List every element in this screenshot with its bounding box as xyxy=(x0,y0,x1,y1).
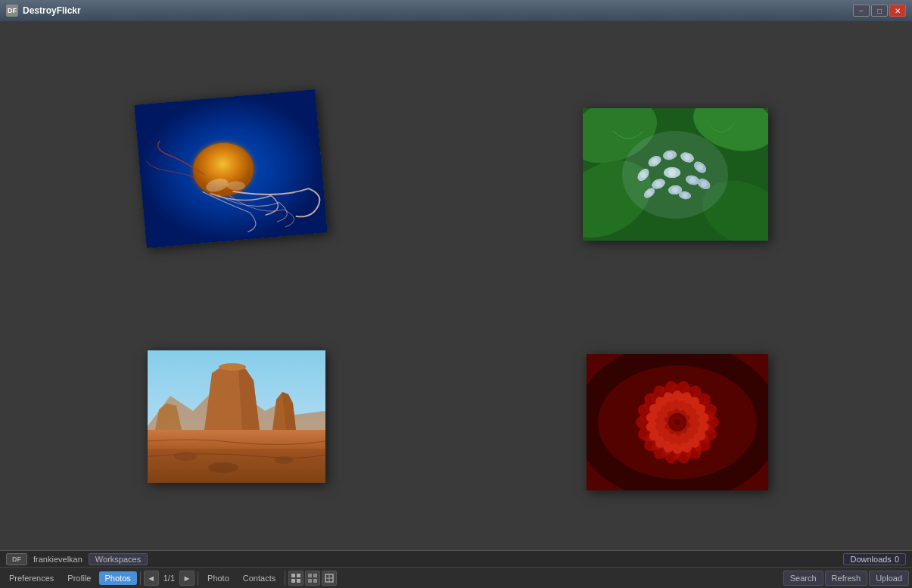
grid-large-button[interactable] xyxy=(322,571,337,586)
svg-point-15 xyxy=(667,152,673,158)
grid-med-icon xyxy=(308,574,317,583)
svg-rect-101 xyxy=(308,574,312,577)
username-label: frankievelkan xyxy=(33,555,82,564)
preferences-button[interactable]: Preferences xyxy=(3,571,60,585)
svg-rect-103 xyxy=(308,579,312,583)
grid-med-button[interactable] xyxy=(305,571,320,586)
title-bar: DF DestroyFlickr − □ ✕ xyxy=(0,0,912,21)
grid-small-button[interactable] xyxy=(288,571,303,586)
svg-rect-102 xyxy=(313,574,317,577)
photo-grid xyxy=(0,21,912,550)
photo-jellyfish[interactable] xyxy=(134,89,328,248)
svg-point-33 xyxy=(655,181,661,187)
downloads-label: Downloads xyxy=(850,555,891,564)
svg-point-21 xyxy=(697,164,703,170)
svg-point-56 xyxy=(174,452,197,461)
svg-rect-98 xyxy=(297,574,300,577)
profile-button[interactable]: Profile xyxy=(61,571,97,585)
svg-point-36 xyxy=(672,187,678,193)
toolbar: Preferences Profile Photos ◄ 1/1 ► Photo… xyxy=(0,567,912,588)
svg-point-57 xyxy=(275,456,293,464)
svg-point-24 xyxy=(640,172,646,178)
downloads-area: Downloads 0 xyxy=(843,553,906,565)
page-indicator: 1/1 xyxy=(160,574,178,583)
svg-point-12 xyxy=(652,158,658,164)
svg-point-58 xyxy=(208,462,238,473)
separator-1 xyxy=(140,571,141,585)
workspaces-button[interactable]: Workspaces xyxy=(89,553,148,565)
photo-monument-valley[interactable] xyxy=(148,350,325,483)
refresh-button[interactable]: Refresh xyxy=(825,571,868,586)
contacts-button[interactable]: Contacts xyxy=(237,571,282,585)
jellyfish-image xyxy=(134,89,328,248)
svg-rect-100 xyxy=(297,579,300,583)
svg-point-30 xyxy=(689,177,696,183)
photo-dahlia[interactable] xyxy=(587,354,768,490)
svg-rect-97 xyxy=(291,574,295,577)
df-badge: DF xyxy=(6,553,27,565)
hydrangea-image xyxy=(583,108,768,241)
svg-point-18 xyxy=(684,154,690,160)
main-content xyxy=(0,21,912,550)
close-button[interactable]: ✕ xyxy=(889,5,906,17)
next-page-button[interactable]: ► xyxy=(179,571,195,586)
window-controls: − □ ✕ xyxy=(853,5,906,17)
svg-point-42 xyxy=(647,191,652,196)
minimize-button[interactable]: − xyxy=(853,5,870,17)
svg-rect-99 xyxy=(291,579,295,583)
grid-large-icon xyxy=(325,574,334,583)
photos-button[interactable]: Photos xyxy=(99,571,137,585)
monument-valley-image xyxy=(148,350,325,483)
dahlia-image xyxy=(587,354,768,490)
grid-small-icon xyxy=(291,574,300,583)
svg-point-3 xyxy=(227,181,245,190)
separator-3 xyxy=(285,571,285,585)
svg-point-39 xyxy=(701,181,707,187)
downloads-count: 0 xyxy=(895,555,899,564)
svg-point-45 xyxy=(683,193,688,198)
prev-page-button[interactable]: ◄ xyxy=(144,571,159,586)
maximize-button[interactable]: □ xyxy=(871,5,888,17)
search-button[interactable]: Search xyxy=(783,571,823,586)
app-title: DestroyFlickr xyxy=(23,5,81,16)
titlebar-left: DF DestroyFlickr xyxy=(6,5,81,17)
photo-hydrangea[interactable] xyxy=(583,108,768,241)
svg-point-52 xyxy=(219,363,246,371)
app-icon: DF xyxy=(6,5,18,17)
status-bar: DF frankievelkan Workspaces Downloads 0 xyxy=(0,550,912,567)
svg-point-27 xyxy=(668,169,676,176)
separator-2 xyxy=(198,571,198,585)
svg-rect-104 xyxy=(313,579,317,583)
toolbar-right: Search Refresh Upload xyxy=(783,571,909,586)
upload-button[interactable]: Upload xyxy=(869,571,909,586)
photo-button[interactable]: Photo xyxy=(201,571,235,585)
